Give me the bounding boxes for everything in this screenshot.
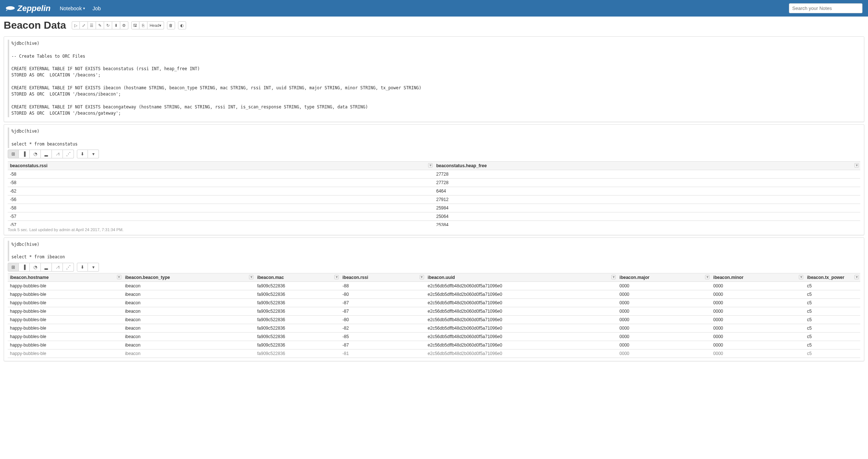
table-cell: c5 <box>805 349 860 358</box>
run-all-button[interactable]: ▷ <box>72 21 80 29</box>
table-cell: happy-bubbles-ble <box>8 298 123 307</box>
table-view-button[interactable]: ⊞ <box>8 263 19 272</box>
filter-icon[interactable]: ▾ <box>420 275 424 279</box>
code-editor[interactable]: %jdbc(hive) select * from ibeacon <box>8 241 860 261</box>
column-header[interactable]: beaconstatus.heap_free▾ <box>434 161 860 170</box>
line-view-button[interactable]: ⩘ <box>52 150 63 158</box>
nav-notebook[interactable]: Notebook ▾ <box>60 6 85 11</box>
filter-icon[interactable]: ▾ <box>334 275 339 279</box>
column-label: ibeacon.tx_power <box>807 275 844 280</box>
table-icon: ⊞ <box>11 151 15 157</box>
pie-view-button[interactable]: ◔ <box>30 150 41 158</box>
heading: Beacon Data ▷ ⤢ ☰ ✎ ↻ ⬇ ⚙ 🖫 ⎘ Head ▾ 🗑 ◐ <box>0 17 868 34</box>
table-cell: e2c56db5dffb48d2b060d0f5a71096e0 <box>426 349 618 358</box>
filter-icon[interactable]: ▾ <box>249 275 253 279</box>
download-csv-button[interactable]: ⬇ <box>77 263 88 272</box>
table-cell: 0000 <box>617 290 711 298</box>
revision-dropdown[interactable]: Head ▾ <box>147 21 164 29</box>
gear-button[interactable]: ⚙ <box>120 21 128 29</box>
edit-icon: ✎ <box>98 23 102 28</box>
save-button[interactable]: 🖫 <box>131 21 139 29</box>
filter-icon[interactable]: ▾ <box>799 275 803 279</box>
navbar: Zeppelin Notebook ▾ Job <box>0 0 868 17</box>
nav-job-label: Job <box>92 6 101 11</box>
nav-notebook-label: Notebook <box>60 6 82 11</box>
table-cell: happy-bubbles-ble <box>8 315 123 324</box>
table-cell: 0000 <box>711 349 805 358</box>
filter-icon[interactable]: ▾ <box>611 275 616 279</box>
code-editor[interactable]: %jdbc(hive) select * from beaconstatus <box>8 128 860 148</box>
caret-icon: ▾ <box>92 265 95 270</box>
column-header[interactable]: ibeacon.beacon_type▾ <box>123 273 255 282</box>
column-label: ibeacon.beacon_type <box>125 275 170 280</box>
column-header[interactable]: ibeacon.uuid▾ <box>426 273 618 282</box>
download-options-button[interactable]: ▾ <box>88 150 99 158</box>
table-cell: -80 <box>340 290 426 298</box>
scheduler-button[interactable]: ◐ <box>178 21 186 29</box>
download-button[interactable]: ⬇ <box>112 21 120 29</box>
filter-icon[interactable]: ▾ <box>854 275 859 279</box>
table-cell: 0000 <box>617 298 711 307</box>
column-label: beaconstatus.heap_free <box>436 163 487 168</box>
column-header[interactable]: ibeacon.minor▾ <box>711 273 805 282</box>
table-cell: 0000 <box>711 315 805 324</box>
scatter-view-button[interactable]: ⋰ <box>63 263 74 272</box>
bar-view-button[interactable]: ▐ <box>19 263 30 272</box>
table-cell: 6464 <box>434 187 860 195</box>
table-cell: 27728 <box>434 178 860 187</box>
trash-button[interactable]: 🗑 <box>167 21 175 29</box>
table-cell: 25384 <box>434 220 860 226</box>
table-cell: -87 <box>340 298 426 307</box>
bar-view-button[interactable]: ▐ <box>19 150 30 158</box>
column-header[interactable]: ibeacon.major▾ <box>617 273 711 282</box>
table-cell: ibeacon <box>123 349 255 358</box>
column-header[interactable]: ibeacon.mac▾ <box>255 273 340 282</box>
code-editor[interactable]: %jdbc(hive) -- Create Tables to ORC File… <box>8 40 860 117</box>
table-cell: 25984 <box>434 204 860 212</box>
table-cell: e2c56db5dffb48d2b060d0f5a71096e0 <box>426 341 618 349</box>
table-cell: 0000 <box>617 315 711 324</box>
column-header[interactable]: beaconstatus.rssi▾ <box>8 161 434 170</box>
refresh-button[interactable]: ↻ <box>104 21 112 29</box>
brand[interactable]: Zeppelin <box>6 4 50 13</box>
table-cell: 0000 <box>711 282 805 290</box>
filter-icon[interactable]: ▾ <box>428 163 433 168</box>
table-cell: e2c56db5dffb48d2b060d0f5a71096e0 <box>426 282 618 290</box>
table-cell: c5 <box>805 290 860 298</box>
edit-button[interactable]: ✎ <box>96 21 104 29</box>
table-row: -5725384 <box>8 220 860 226</box>
filter-icon[interactable]: ▾ <box>117 275 121 279</box>
line-view-button[interactable]: ⩘ <box>52 263 63 272</box>
table-icon: ⊞ <box>11 265 15 270</box>
brand-text: Zeppelin <box>17 4 50 13</box>
copy-button[interactable]: ⎘ <box>139 21 147 29</box>
list-button[interactable]: ☰ <box>88 21 96 29</box>
table-cell: -80 <box>340 315 426 324</box>
nav-job[interactable]: Job <box>92 6 101 11</box>
download-csv-button[interactable]: ⬇ <box>77 150 88 158</box>
filter-icon[interactable]: ▾ <box>705 275 709 279</box>
table-cell: 0000 <box>711 324 805 332</box>
area-view-button[interactable]: ▂ <box>41 263 52 272</box>
table-cell: 0000 <box>617 324 711 332</box>
expand-button[interactable]: ⤢ <box>80 21 88 29</box>
table-row: happy-bubbles-bleibeaconfa909c522836-80e… <box>8 315 860 324</box>
table-view-button[interactable]: ⊞ <box>8 150 19 158</box>
download-options-button[interactable]: ▾ <box>88 263 99 272</box>
table-cell: fa909c522836 <box>255 282 340 290</box>
area-view-button[interactable]: ▂ <box>41 150 52 158</box>
table-row: happy-bubbles-bleibeaconfa909c522836-87e… <box>8 298 860 307</box>
search-input[interactable] <box>789 3 862 13</box>
table-cell: 0000 <box>711 332 805 341</box>
column-header[interactable]: ibeacon.tx_power▾ <box>805 273 860 282</box>
filter-icon[interactable]: ▾ <box>854 163 859 168</box>
column-label: ibeacon.rssi <box>342 275 368 280</box>
column-header[interactable]: ibeacon.rssi▾ <box>340 273 426 282</box>
column-header[interactable]: ibeacon.hostname▾ <box>8 273 123 282</box>
bar-icon: ▐ <box>22 265 26 270</box>
paragraph-create-tables: %jdbc(hive) -- Create Tables to ORC File… <box>4 36 864 122</box>
scatter-icon: ⋰ <box>66 151 71 157</box>
table-row: -5725064 <box>8 212 860 220</box>
scatter-view-button[interactable]: ⋰ <box>63 150 74 158</box>
pie-view-button[interactable]: ◔ <box>30 263 41 272</box>
